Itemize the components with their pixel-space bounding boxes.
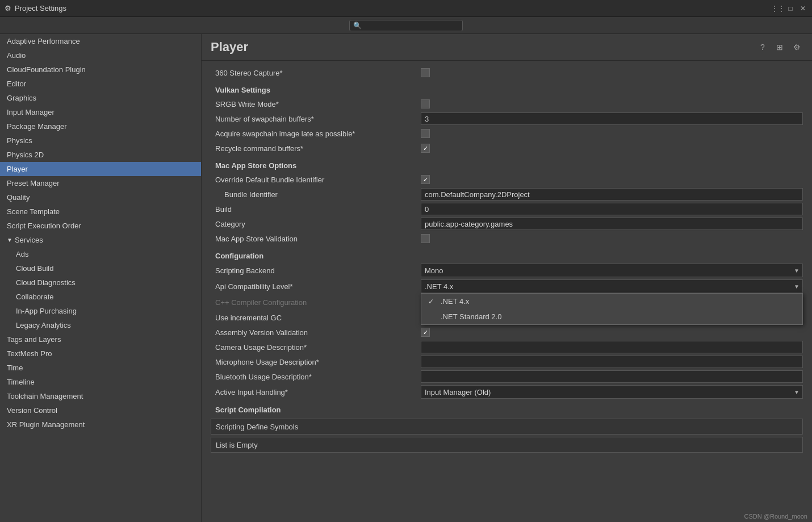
ctrl-api-compatibility: .NET 4.x ▼ ✓ .NET 4.x .NET Standard 2.0: [421, 279, 803, 293]
checkbox-srgb-write[interactable]: [421, 99, 430, 108]
ctrl-recycle-cmd: [421, 144, 803, 153]
sidebar-item-time[interactable]: Time: [0, 361, 201, 375]
label-camera-usage: Camera Usage Description*: [211, 343, 421, 352]
title-bar: ⚙ Project Settings ⋮⋮ □ ✕: [0, 0, 812, 17]
label-build: Build: [211, 205, 421, 214]
sidebar-item-timeline[interactable]: Timeline: [0, 375, 201, 389]
input-bundle-identifier[interactable]: [421, 188, 803, 201]
dropdown-option-netstandard[interactable]: .NET Standard 2.0: [421, 309, 802, 324]
select-scripting-backend[interactable]: Mono IL2CPP: [421, 264, 803, 277]
input-category[interactable]: [421, 218, 803, 230]
sidebar-item-physics-2d[interactable]: Physics 2D: [0, 148, 201, 162]
checkbox-recycle-cmd[interactable]: [421, 144, 430, 153]
sidebar-item-quality[interactable]: Quality: [0, 190, 201, 204]
sidebar-item-services[interactable]: ▼ Services: [0, 233, 201, 247]
select-wrap-scripting-backend: Mono IL2CPP ▼: [421, 264, 803, 277]
row-category: Category: [211, 216, 803, 231]
content-header: Player ? ⊞ ⚙: [202, 34, 812, 61]
search-wrap: [349, 20, 463, 31]
close-button[interactable]: ✕: [798, 4, 807, 13]
row-override-bundle: Override Default Bundle Identifier: [211, 172, 803, 187]
ctrl-srgb-write: [421, 99, 803, 108]
mac-appstore-header: Mac App Store Options: [211, 156, 803, 172]
scripting-define-symbols: Scripting Define Symbols: [211, 419, 803, 435]
dropdown-option-net4x-label: .NET 4.x: [441, 297, 469, 306]
input-microphone-usage[interactable]: [421, 356, 803, 368]
title-bar-title: ⚙ Project Settings: [5, 4, 66, 12]
sidebar-item-cloud-diagnostics[interactable]: Cloud Diagnostics: [0, 275, 201, 290]
label-acquire-swapchain: Acquire swapchain image late as possible…: [211, 130, 421, 138]
label-srgb-write: SRGB Write Mode*: [211, 100, 421, 108]
checkbox-stereo-capture[interactable]: [421, 68, 430, 77]
checkbox-mac-validation[interactable]: [421, 234, 430, 243]
sidebar-item-adaptive-performance[interactable]: Adaptive Performance: [0, 34, 201, 48]
sidebar-item-input-manager[interactable]: Input Manager: [0, 105, 201, 119]
sidebar-item-textmesh-pro[interactable]: TextMesh Pro: [0, 346, 201, 361]
sidebar-item-in-app-purchasing[interactable]: In-App Purchasing: [0, 304, 201, 318]
services-label: Services: [15, 236, 43, 244]
sidebar-item-collaborate[interactable]: Collaborate: [0, 290, 201, 304]
sidebar-item-version-control[interactable]: Version Control: [0, 403, 201, 417]
search-bar: [0, 17, 812, 34]
ctrl-override-bundle: [421, 175, 803, 184]
menu-icon[interactable]: ⋮⋮: [773, 4, 782, 13]
triangle-icon: ▼: [7, 237, 12, 243]
maximize-button[interactable]: □: [786, 4, 795, 13]
row-camera-usage: Camera Usage Description*: [211, 340, 803, 354]
input-bluetooth-usage[interactable]: [421, 370, 803, 383]
api-compatibility-dropdown: ✓ .NET 4.x .NET Standard 2.0: [421, 293, 803, 325]
sidebar-item-audio[interactable]: Audio: [0, 48, 201, 62]
label-bundle-identifier: Bundle Identifier: [211, 190, 421, 199]
checkbox-override-bundle[interactable]: [421, 175, 430, 184]
select-api-compatibility-display[interactable]: .NET 4.x: [421, 279, 803, 293]
sidebar-item-script-execution-order[interactable]: Script Execution Order: [0, 219, 201, 233]
label-recycle-cmd: Recycle command buffers*: [211, 144, 421, 153]
label-category: Category: [211, 220, 421, 228]
input-build[interactable]: [421, 203, 803, 215]
label-api-compatibility: Api Compatibility Level*: [211, 282, 421, 291]
sidebar-item-graphics[interactable]: Graphics: [0, 91, 201, 105]
checkbox-assembly-validation[interactable]: [421, 328, 430, 337]
search-input[interactable]: [353, 22, 459, 30]
sidebar-item-preset-manager[interactable]: Preset Manager: [0, 176, 201, 190]
select-wrap-api-compatibility: .NET 4.x ▼: [421, 279, 803, 293]
row-srgb-write: SRGB Write Mode*: [211, 97, 803, 111]
sidebar-item-cloud-foundation-plugin[interactable]: CloudFoundation Plugin: [0, 62, 201, 77]
sidebar-item-scene-template[interactable]: Scene Template: [0, 204, 201, 219]
label-cpp-compiler: C++ Compiler Configuration: [211, 298, 421, 307]
row-microphone-usage: Microphone Usage Description*: [211, 354, 803, 369]
sidebar-item-tags-and-layers[interactable]: Tags and Layers: [0, 332, 201, 346]
label-active-input: Active Input Handling*: [211, 388, 421, 396]
sidebar-item-legacy-analytics[interactable]: Legacy Analytics: [0, 318, 201, 332]
sidebar-item-player[interactable]: Player: [0, 162, 201, 176]
sidebar-item-xr-plugin-management[interactable]: XR Plugin Management: [0, 417, 201, 432]
ctrl-acquire-swapchain: [421, 129, 803, 138]
scripting-symbols-label: Scripting Define Symbols: [216, 423, 298, 431]
sidebar-item-toolchain-management[interactable]: Toolchain Management: [0, 389, 201, 403]
label-mac-validation: Mac App Store Validation: [211, 235, 421, 243]
help-icon[interactable]: ?: [756, 41, 769, 53]
layout-icon[interactable]: ⊞: [773, 41, 786, 53]
sidebar-item-physics[interactable]: Physics: [0, 133, 201, 148]
sidebar-item-editor[interactable]: Editor: [0, 77, 201, 91]
row-bluetooth-usage: Bluetooth Usage Description*: [211, 369, 803, 384]
row-assembly-validation: Assembly Version Validation: [211, 325, 803, 340]
dropdown-option-net4x[interactable]: ✓ .NET 4.x: [421, 294, 802, 309]
input-camera-usage[interactable]: [421, 341, 803, 353]
select-active-input[interactable]: Input Manager (Old) Input System Package…: [421, 385, 803, 399]
list-empty-label: List is Empty: [216, 441, 258, 449]
sidebar-item-ads[interactable]: Ads: [0, 247, 201, 261]
ctrl-bluetooth-usage: [421, 370, 803, 383]
input-swapchain-buffers[interactable]: [421, 112, 803, 125]
sidebar-item-package-manager[interactable]: Package Manager: [0, 119, 201, 133]
page-title: Player: [211, 40, 248, 55]
row-build: Build: [211, 202, 803, 216]
ctrl-build: [421, 203, 803, 215]
sidebar-item-cloud-build[interactable]: Cloud Build: [0, 261, 201, 275]
list-empty-box: List is Empty: [211, 437, 803, 453]
settings-icon[interactable]: ⚙: [790, 41, 803, 53]
script-compilation-header: Script Compilation: [211, 400, 803, 416]
checkbox-acquire-swapchain[interactable]: [421, 129, 430, 138]
ctrl-microphone-usage: [421, 356, 803, 368]
ctrl-assembly-validation: [421, 328, 803, 337]
